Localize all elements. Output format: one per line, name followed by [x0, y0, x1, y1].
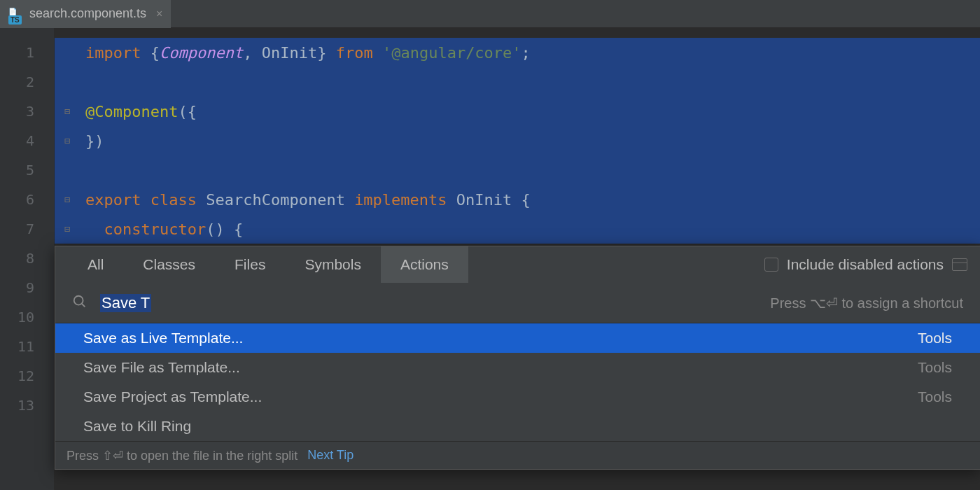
next-tip-link[interactable]: Next Tip: [307, 448, 354, 463]
gutter: 1 2 3 4 5 6 7 8 9 10 11 12 13: [0, 28, 55, 490]
fold-marker-icon[interactable]: ⊟: [55, 97, 80, 126]
result-item[interactable]: Save to Kill Ring: [55, 412, 980, 441]
tab-file-name: search.component.ts: [29, 6, 146, 21]
result-list: Save as Live Template... Tools Save File…: [55, 323, 980, 441]
line-number: 13: [0, 391, 54, 420]
code-line[interactable]: import {Component, OnInit} from '@angula…: [55, 38, 980, 67]
fold-marker-icon[interactable]: ⊟: [55, 185, 80, 214]
result-label: Save as Live Template...: [83, 330, 243, 346]
close-tab-icon[interactable]: ×: [156, 8, 162, 20]
code-line[interactable]: [55, 67, 980, 97]
result-category: Tools: [918, 388, 952, 405]
line-number: 12: [0, 361, 54, 391]
popup-footer: Press ⇧⏎ to open the file in the right s…: [55, 441, 980, 469]
tab-classes[interactable]: Classes: [123, 246, 215, 283]
code-line[interactable]: @Component({: [55, 97, 980, 126]
result-label: Save File as Template...: [83, 359, 240, 376]
line-number: 8: [0, 244, 54, 273]
open-as-window-icon[interactable]: [952, 258, 967, 271]
shortcut-hint: Press ⌥⏎ to assign a shortcut: [770, 295, 963, 312]
file-tab[interactable]: 📄 TS search.component.ts ×: [0, 0, 171, 28]
search-row: Save T Press ⌥⏎ to assign a shortcut: [55, 283, 980, 323]
include-disabled-label: Include disabled actions: [787, 256, 944, 273]
svg-point-0: [74, 295, 83, 304]
typescript-file-icon: 📄 TS: [8, 8, 24, 20]
result-item[interactable]: Save as Live Template... Tools: [55, 323, 980, 353]
tab-files[interactable]: Files: [215, 246, 285, 283]
tab-symbols[interactable]: Symbols: [285, 246, 381, 283]
code-line[interactable]: }): [55, 126, 980, 155]
search-input[interactable]: Save T: [100, 294, 151, 312]
fold-marker-icon[interactable]: ⊟: [55, 126, 80, 155]
result-category: Tools: [918, 330, 952, 346]
line-number: 5: [0, 155, 54, 185]
line-number: 7: [0, 214, 54, 244]
fold-marker-icon[interactable]: ⊟: [55, 214, 80, 244]
line-number: 11: [0, 332, 54, 361]
result-item[interactable]: Save File as Template... Tools: [55, 353, 980, 382]
result-label: Save to Kill Ring: [83, 418, 191, 435]
line-number: 10: [0, 302, 54, 332]
include-disabled-checkbox[interactable]: [764, 258, 778, 272]
line-number: 1: [0, 38, 54, 67]
line-number: 3: [0, 97, 54, 126]
line-number: 2: [0, 67, 54, 97]
search-icon: [72, 294, 88, 312]
popup-tab-bar: All Classes Files Symbols Actions Includ…: [55, 246, 980, 283]
code-line[interactable]: [55, 155, 980, 185]
fold-column: ⊟ ⊟ ⊟ ⊟: [55, 38, 80, 244]
code-line[interactable]: constructor() {: [55, 214, 980, 244]
line-number: 6: [0, 185, 54, 214]
line-number: 4: [0, 126, 54, 155]
result-item[interactable]: Save Project as Template... Tools: [55, 382, 980, 412]
code-line[interactable]: export class SearchComponent implements …: [55, 185, 980, 214]
svg-line-1: [82, 303, 85, 307]
result-label: Save Project as Template...: [83, 388, 262, 405]
tab-actions[interactable]: Actions: [381, 246, 468, 283]
result-category: Tools: [918, 359, 952, 376]
tab-bar: 📄 TS search.component.ts ×: [0, 0, 980, 28]
footer-hint: Press ⇧⏎ to open the file in the right s…: [66, 448, 298, 463]
line-number: 9: [0, 273, 54, 302]
search-everywhere-popup: All Classes Files Symbols Actions Includ…: [55, 246, 980, 470]
tab-all[interactable]: All: [68, 246, 123, 283]
